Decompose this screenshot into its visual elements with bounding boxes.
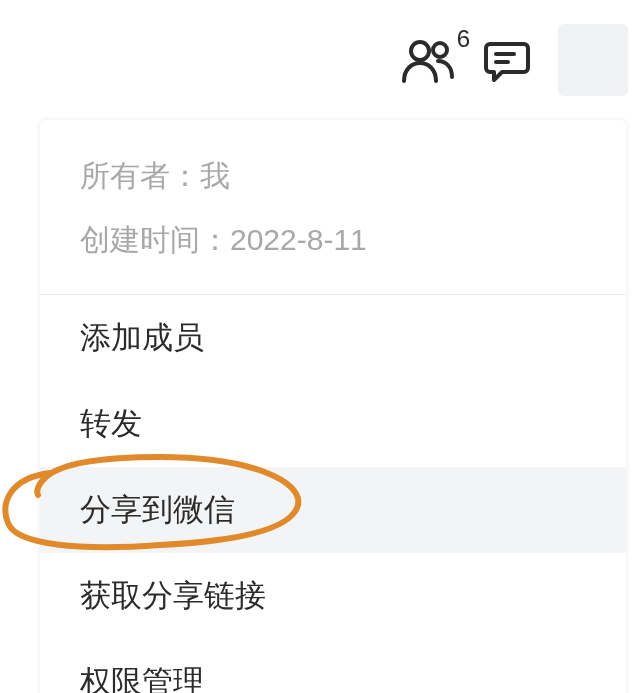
menu-list: 添加成员 转发 分享到微信 获取分享链接 权限管理 [40, 295, 626, 693]
hamburger-icon [571, 43, 615, 77]
menu-item-share-wechat[interactable]: 分享到微信 [40, 467, 626, 553]
owner-row: 所有者：我 [80, 152, 586, 200]
menu-item-label: 分享到微信 [80, 492, 235, 527]
friends-button[interactable]: 6 [400, 37, 456, 83]
dropdown-panel: 所有者：我 创建时间：2022-8-11 添加成员 转发 分享到微信 获取分享链… [40, 120, 626, 693]
created-value: 2022-8-11 [230, 223, 367, 256]
created-row: 创建时间：2022-8-11 [80, 216, 586, 264]
chat-button[interactable] [484, 38, 530, 82]
menu-item-label: 权限管理 [80, 664, 204, 693]
owner-value: 我 [200, 159, 230, 192]
menu-item-forward[interactable]: 转发 [40, 381, 626, 467]
menu-item-label: 转发 [80, 406, 142, 441]
friends-badge: 6 [457, 25, 470, 53]
friends-icon [400, 37, 456, 83]
menu-item-label: 添加成员 [80, 320, 204, 355]
chat-icon [484, 38, 530, 82]
info-block: 所有者：我 创建时间：2022-8-11 [40, 120, 626, 295]
menu-item-label: 获取分享链接 [80, 578, 266, 613]
menu-item-get-link[interactable]: 获取分享链接 [40, 553, 626, 639]
top-bar: 6 [0, 0, 640, 120]
menu-item-permissions[interactable]: 权限管理 [40, 639, 626, 693]
owner-label: 所有者： [80, 159, 200, 192]
menu-item-add-member[interactable]: 添加成员 [40, 295, 626, 381]
created-label: 创建时间： [80, 223, 230, 256]
svg-point-1 [433, 43, 447, 57]
menu-button[interactable] [558, 24, 628, 96]
svg-point-0 [411, 42, 429, 60]
